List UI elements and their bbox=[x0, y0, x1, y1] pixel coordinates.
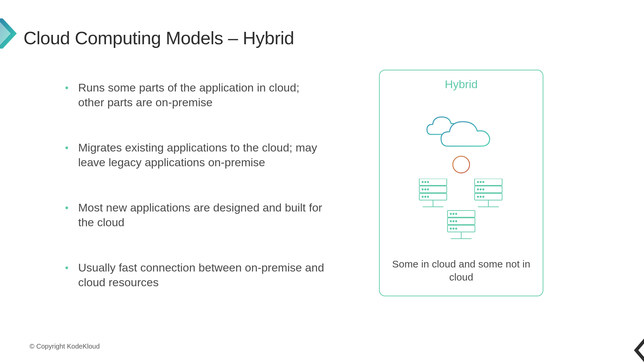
svg-point-42 bbox=[455, 228, 457, 229]
card-title: Hybrid bbox=[445, 78, 478, 91]
copyright-text: © Copyright KodeKloud bbox=[30, 343, 100, 350]
bullet-dot-icon bbox=[65, 146, 68, 149]
svg-point-12 bbox=[422, 196, 423, 197]
bullet-list: Runs some parts of the application in cl… bbox=[65, 80, 327, 320]
bullet-dot-icon bbox=[65, 266, 68, 269]
svg-point-20 bbox=[477, 181, 479, 183]
bullet-text: Most new applications are designed and b… bbox=[78, 200, 327, 230]
svg-point-14 bbox=[427, 196, 429, 197]
header-chevron-icon bbox=[0, 18, 17, 49]
svg-point-40 bbox=[450, 228, 451, 229]
svg-point-38 bbox=[453, 221, 454, 222]
bullet-item: Most new applications are designed and b… bbox=[65, 200, 327, 230]
hybrid-card: Hybrid bbox=[379, 70, 543, 296]
svg-point-36 bbox=[455, 213, 457, 215]
svg-point-21 bbox=[480, 181, 481, 183]
svg-point-37 bbox=[450, 221, 451, 222]
svg-point-7 bbox=[425, 181, 426, 183]
svg-point-13 bbox=[425, 196, 426, 197]
svg-point-9 bbox=[422, 189, 423, 190]
bullet-text: Migrates existing applications to the cl… bbox=[78, 140, 327, 170]
svg-point-41 bbox=[453, 228, 454, 229]
svg-point-6 bbox=[422, 181, 423, 183]
svg-point-34 bbox=[450, 213, 451, 215]
bullet-item: Usually fast connection between on-premi… bbox=[65, 260, 327, 290]
svg-point-27 bbox=[480, 196, 481, 197]
svg-point-11 bbox=[427, 189, 429, 190]
bullet-item: Runs some parts of the application in cl… bbox=[65, 80, 327, 110]
svg-point-39 bbox=[455, 221, 457, 222]
svg-point-10 bbox=[425, 189, 426, 190]
svg-point-28 bbox=[483, 196, 484, 197]
corner-chevron-icon bbox=[627, 339, 644, 362]
svg-point-26 bbox=[477, 196, 479, 197]
bullet-text: Runs some parts of the application in cl… bbox=[78, 80, 327, 110]
bullet-dot-icon bbox=[65, 206, 68, 209]
cloud-icon bbox=[421, 111, 501, 151]
svg-point-24 bbox=[480, 189, 481, 190]
svg-point-35 bbox=[453, 213, 454, 215]
svg-point-8 bbox=[427, 181, 429, 183]
bullet-text: Usually fast connection between on-premi… bbox=[78, 260, 327, 290]
bullet-dot-icon bbox=[65, 86, 68, 89]
svg-point-23 bbox=[477, 189, 479, 190]
card-caption: Some in cloud and some not in cloud bbox=[380, 257, 543, 284]
servers-icon bbox=[418, 179, 505, 242]
bullet-item: Migrates existing applications to the cl… bbox=[65, 140, 327, 170]
svg-point-25 bbox=[483, 189, 484, 190]
plus-icon bbox=[452, 155, 471, 174]
page-title: Cloud Computing Models – Hybrid bbox=[23, 27, 294, 48]
svg-point-22 bbox=[483, 181, 484, 183]
